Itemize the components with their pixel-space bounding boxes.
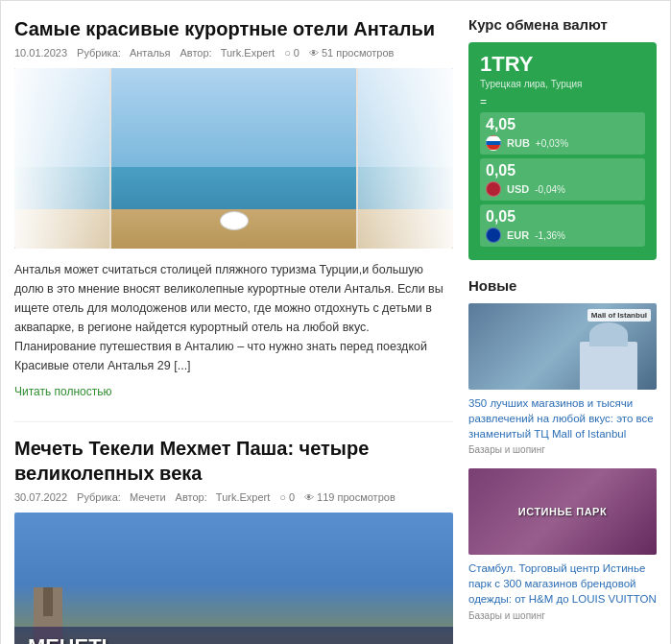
article-1-title: Самые красивые курортные отели Антальи	[14, 16, 453, 41]
currency-rub-code: RUB	[507, 137, 530, 149]
article-1-meta: 10.01.2023 Рубрика: Анталья Автор: Turk.…	[14, 47, 453, 59]
article-1-rubric: Рубрика: Анталья	[77, 47, 170, 59]
article-2-author: Автор: Turk.Expert	[176, 491, 271, 503]
sidebar-article-2-category: Базары и шопинг	[468, 610, 657, 621]
pavilion	[14, 68, 453, 249]
eye-icon-2	[304, 492, 314, 503]
mall-building	[580, 342, 637, 390]
mall-dome	[589, 322, 628, 346]
article-2-comments: 0	[279, 491, 295, 503]
article-1-excerpt: Анталья может считаться столицей пляжног…	[14, 260, 453, 375]
istinye-overlay: ИСТИНЬЕ ПАРК	[468, 468, 657, 555]
table-center	[220, 211, 249, 230]
article-2-views: 119 просмотров	[304, 491, 395, 503]
currency-usd-code: USD	[507, 183, 529, 195]
article-2-rubric: Рубрика: Мечети	[77, 491, 166, 503]
flag-eu	[486, 227, 501, 243]
istinye-image-bg: ИСТИНЬЕ ПАРК	[468, 468, 657, 555]
currency-eur-change: -1,36%	[535, 230, 565, 241]
article-1-date: 10.01.2023	[14, 47, 67, 59]
article-1-read-more[interactable]: Читать полностью	[14, 385, 112, 398]
divider-1	[14, 421, 453, 422]
currency-section-title: Курс обмена валют	[468, 16, 657, 33]
curtain-right	[356, 68, 453, 249]
currency-rub-value: 4,05	[486, 116, 639, 133]
currency-widget: 1TRY Турецкая лира, Турция = 4,05 RUB +0…	[468, 42, 657, 260]
sidebar-article-2: ИСТИНЬЕ ПАРК Стамбул. Торговый центр Ист…	[468, 468, 657, 620]
main-column: Самые красивые курортные отели Антальи 1…	[14, 16, 468, 644]
sidebar-article-1-category: Базары и шопинг	[468, 444, 657, 455]
mosque-tower-top	[43, 587, 53, 616]
sidebar-article-1: Mall of Istanbul 350 лучших магазинов и …	[468, 303, 657, 455]
article-2-image: МЕЧЕТЬ ТЕКЕЛИ МЕХМЕТ ПАШИ	[14, 513, 453, 644]
curtain-left	[14, 68, 111, 249]
sidebar-article-2-image: ИСТИНЬЕ ПАРК	[468, 468, 657, 555]
sidebar-article-1-title[interactable]: 350 лучших магазинов и тысячи развлечени…	[468, 395, 657, 441]
currency-main-label: 1TRY	[480, 52, 645, 77]
currency-eur-code: EUR	[507, 229, 529, 241]
flag-ru	[486, 135, 501, 151]
article-1-author: Автор: Turk.Expert	[180, 47, 275, 59]
currency-rub-code-row: RUB +0,03%	[486, 135, 639, 151]
currency-equals: =	[480, 95, 645, 108]
istinye-label: ИСТИНЬЕ ПАРК	[518, 506, 607, 517]
currency-eur-code-row: EUR -1,36%	[486, 227, 639, 243]
mosque-text-overlay: МЕЧЕТЬ ТЕКЕЛИ МЕХМЕТ ПАШИ	[14, 627, 453, 644]
comment-icon	[284, 47, 291, 59]
currency-row-eur: 0,05 EUR -1,36%	[480, 204, 645, 247]
sidebar-article-1-image: Mall of Istanbul	[468, 303, 657, 390]
currency-rub-change: +0,03%	[536, 138, 568, 149]
article-2-date: 30.07.2022	[14, 491, 67, 503]
article-1-image	[14, 68, 453, 249]
mall-image-bg: Mall of Istanbul	[468, 303, 657, 390]
currency-eur-value: 0,05	[486, 208, 639, 226]
article-2-title: Мечеть Текели Мехмет Паша: четыре велико…	[14, 436, 453, 486]
article-1-comments: 0	[284, 47, 300, 59]
new-articles-section: Новые Mall of Istanbul 350 лучших магази…	[468, 277, 657, 621]
mosque-title-line1: МЕЧЕТЬ	[28, 634, 440, 644]
currency-usd-code-row: USD -0,04%	[486, 181, 639, 197]
article-1: Самые красивые курортные отели Антальи 1…	[14, 16, 453, 398]
sidebar-column: Курс обмена валют 1TRY Турецкая лира, Ту…	[468, 16, 657, 644]
currency-usd-change: -0,04%	[535, 184, 565, 195]
new-articles-title: Новые	[468, 277, 657, 294]
content-area: Самые красивые курортные отели Антальи 1…	[1, 1, 670, 644]
flag-us	[486, 181, 501, 197]
article-1-views: 51 просмотров	[309, 47, 395, 59]
article-2: Мечеть Текели Мехмет Паша: четыре велико…	[14, 436, 453, 644]
comment-icon-2	[279, 491, 286, 503]
mall-label: Mall of Istanbul	[587, 309, 651, 322]
eye-icon	[309, 48, 319, 59]
sidebar-article-2-title[interactable]: Стамбул. Торговый центр Истинье парк с 3…	[468, 561, 657, 607]
article-2-meta: 30.07.2022 Рубрика: Мечети Автор: Turk.E…	[14, 491, 453, 503]
currency-row-rub: 4,05 RUB +0,03%	[480, 112, 645, 155]
page-wrapper: Самые красивые курортные отели Антальи 1…	[0, 0, 671, 644]
currency-row-usd: 0,05 USD -0,04%	[480, 158, 645, 201]
currency-usd-value: 0,05	[486, 162, 639, 179]
currency-sub-label: Турецкая лира, Турция	[480, 79, 645, 89]
